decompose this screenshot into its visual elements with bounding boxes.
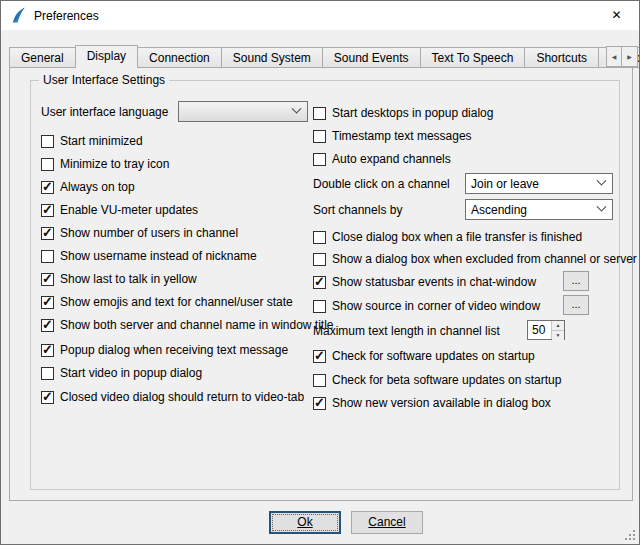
checkbox-label: Popup dialog when receiving text message: [60, 343, 288, 357]
checkbox-box: [41, 227, 54, 240]
checkbox-server-channel-in-title[interactable]: Show both server and channel name in win…: [41, 317, 334, 333]
spinner-buttons: ▲ ▼: [551, 321, 564, 339]
checkbox-start-minimized[interactable]: Start minimized: [41, 133, 143, 149]
double-click-select[interactable]: Join or leave: [465, 173, 613, 194]
checkbox-label: Show statusbar events in chat-window: [332, 275, 536, 289]
checkbox-label: Enable VU-meter updates: [60, 203, 198, 217]
checkbox-dialog-when-excluded[interactable]: Show a dialog box when excluded from cha…: [313, 251, 637, 267]
checkbox-minimize-to-tray[interactable]: Minimize to tray icon: [41, 156, 169, 172]
checkbox-check-updates[interactable]: Check for software updates on startup: [313, 348, 535, 364]
checkbox-label: Start desktops in popup dialog: [332, 106, 493, 120]
language-label: User interface language: [41, 105, 168, 119]
preferences-dialog: Preferences ✕ General Display Connection…: [0, 0, 640, 545]
checkbox-username-instead-nickname[interactable]: Show username instead of nickname: [41, 248, 257, 264]
app-feather-icon: [10, 7, 27, 24]
tab-general[interactable]: General: [9, 47, 75, 68]
tab-text-to-speech[interactable]: Text To Speech: [420, 47, 525, 68]
checkbox-box: [41, 391, 54, 404]
tab-sound-events[interactable]: Sound Events: [322, 47, 420, 68]
ok-button[interactable]: Ok: [269, 511, 341, 534]
checkbox-box: [41, 135, 54, 148]
checkbox-closed-video-return[interactable]: Closed video dialog should return to vid…: [41, 389, 304, 405]
resize-grip[interactable]: [623, 528, 636, 541]
tab-scroller: ◀ ▶: [606, 46, 638, 67]
cancel-button[interactable]: Cancel: [351, 511, 423, 534]
checkbox-last-to-talk-yellow[interactable]: Show last to talk in yellow: [41, 271, 197, 287]
checkbox-popup-text-message[interactable]: Popup dialog when receiving text message: [41, 342, 288, 358]
tab-sound-system[interactable]: Sound System: [221, 47, 322, 68]
checkbox-label: Show username instead of nickname: [60, 249, 257, 263]
checkbox-box: [313, 276, 326, 289]
sort-channels-select[interactable]: Ascending: [465, 199, 613, 220]
chevron-down-icon: [597, 202, 607, 212]
checkbox-auto-expand-channels[interactable]: Auto expand channels: [313, 151, 451, 167]
checkbox-label: Minimize to tray icon: [60, 157, 169, 171]
checkbox-label: Show emojis and text for channel/user st…: [60, 295, 293, 309]
language-select[interactable]: [178, 101, 308, 122]
checkbox-new-version-dialog[interactable]: Show new version available in dialog box: [313, 395, 551, 411]
spinner-up-icon[interactable]: ▲: [552, 321, 564, 330]
checkbox-check-beta-updates[interactable]: Check for beta software updates on start…: [313, 372, 561, 388]
chevron-down-icon: [597, 176, 607, 186]
tab-connection[interactable]: Connection: [138, 47, 221, 68]
group-title: User Interface Settings: [39, 73, 169, 87]
checkbox-box: [41, 344, 54, 357]
max-text-length-spinner[interactable]: 50 ▲ ▼: [527, 320, 565, 340]
tab-display[interactable]: Display: [75, 45, 138, 68]
max-text-length-label: Maximum text length in channel list: [313, 324, 500, 338]
checkbox-box: [41, 296, 54, 309]
checkbox-box: [41, 250, 54, 263]
checkbox-vu-meter-updates[interactable]: Enable VU-meter updates: [41, 202, 198, 218]
cancel-button-label: Cancel: [368, 515, 405, 529]
tab-shortcuts[interactable]: Shortcuts: [524, 47, 598, 68]
checkbox-emojis-and-text[interactable]: Show emojis and text for channel/user st…: [41, 294, 293, 310]
checkbox-label: Show last to talk in yellow: [60, 272, 197, 286]
checkbox-close-on-transfer-finished[interactable]: Close dialog box when a file transfer is…: [313, 229, 582, 245]
checkbox-box: [313, 153, 326, 166]
checkbox-label: Show source in corner of video window: [332, 299, 540, 313]
spinner-down-icon[interactable]: ▼: [552, 330, 564, 340]
checkbox-timestamp-messages[interactable]: Timestamp text messages: [313, 128, 472, 144]
checkbox-label: Show a dialog box when excluded from cha…: [332, 252, 637, 266]
checkbox-statusbar-events[interactable]: Show statusbar events in chat-window: [313, 274, 536, 290]
checkbox-box: [41, 319, 54, 332]
checkbox-label: Show number of users in channel: [60, 226, 238, 240]
statusbar-events-more-button[interactable]: ...: [563, 271, 589, 291]
checkbox-box: [313, 231, 326, 244]
spinner-value: 50: [528, 321, 551, 339]
checkbox-box: [313, 350, 326, 363]
video-source-more-button[interactable]: ...: [563, 295, 589, 315]
window-title: Preferences: [34, 9, 99, 23]
ok-button-label: Ok: [297, 515, 312, 529]
checkbox-box: [41, 204, 54, 217]
chevron-down-icon: [292, 104, 302, 114]
checkbox-label: Closed video dialog should return to vid…: [60, 390, 304, 404]
checkbox-video-popup[interactable]: Start video in popup dialog: [41, 365, 202, 381]
checkbox-box: [41, 158, 54, 171]
checkbox-label: Auto expand channels: [332, 152, 451, 166]
double-click-value: Join or leave: [471, 177, 539, 191]
tab-scroll-left-icon[interactable]: ◀: [606, 46, 622, 67]
checkbox-label: Check for software updates on startup: [332, 349, 535, 363]
checkbox-box: [313, 397, 326, 410]
checkbox-label: Check for beta software updates on start…: [332, 373, 561, 387]
checkbox-box: [41, 367, 54, 380]
checkbox-label: Start video in popup dialog: [60, 366, 202, 380]
user-interface-settings-group: User Interface Settings User interface l…: [30, 80, 620, 490]
checkbox-always-on-top[interactable]: Always on top: [41, 179, 135, 195]
checkbox-label: Show new version available in dialog box: [332, 396, 551, 410]
checkbox-box: [41, 273, 54, 286]
checkbox-video-source-corner[interactable]: Show source in corner of video window: [313, 298, 540, 314]
checkbox-box: [313, 374, 326, 387]
checkbox-show-user-count[interactable]: Show number of users in channel: [41, 225, 238, 241]
tab-bar: General Display Connection Sound System …: [1, 45, 640, 68]
title-bar[interactable]: Preferences ✕: [1, 1, 639, 30]
checkbox-box: [313, 300, 326, 313]
close-icon[interactable]: ✕: [594, 1, 639, 29]
checkbox-label: Start minimized: [60, 134, 143, 148]
double-click-label: Double click on a channel: [313, 177, 450, 191]
checkbox-box: [41, 181, 54, 194]
tab-scroll-right-icon[interactable]: ▶: [622, 46, 638, 67]
checkbox-desktops-popup[interactable]: Start desktops in popup dialog: [313, 105, 493, 121]
sort-channels-label: Sort channels by: [313, 203, 402, 217]
